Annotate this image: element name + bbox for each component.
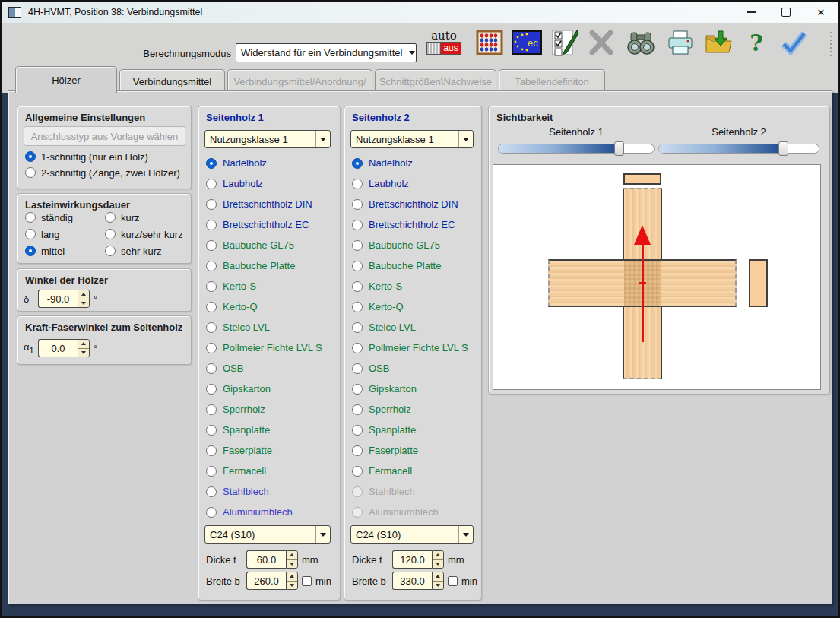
chevron-down-icon[interactable] bbox=[315, 131, 330, 147]
auto-aus-icon: auto aus bbox=[426, 30, 461, 55]
s2-breite-input[interactable]: 330.0 bbox=[392, 572, 432, 590]
s2-radio-brettschichtholz-din[interactable]: Brettschichtholz DIN bbox=[352, 194, 478, 214]
radio-staendig[interactable]: ständig bbox=[25, 211, 73, 223]
s2-radio-gipskarton[interactable]: Gipskarton bbox=[352, 379, 478, 399]
chevron-down-icon[interactable] bbox=[458, 526, 473, 543]
slider-seitenholz-2[interactable] bbox=[658, 144, 819, 154]
print-button[interactable] bbox=[664, 27, 696, 59]
app-icon bbox=[8, 7, 21, 18]
s1-min-checkbox[interactable] bbox=[302, 576, 312, 586]
s2-radio-nadelholz[interactable]: Nadelholz bbox=[352, 153, 478, 173]
chevron-down-icon[interactable] bbox=[315, 526, 330, 543]
radio-kurz-sehr-kurz[interactable]: kurz/sehr kurz bbox=[105, 228, 183, 240]
radio-icon bbox=[206, 179, 217, 189]
s2-radio-fermacell[interactable]: Fermacell bbox=[352, 461, 478, 481]
slider-handle[interactable] bbox=[778, 141, 788, 156]
spin-up-button[interactable] bbox=[78, 340, 89, 349]
s1-radio-baubuche-platte[interactable]: Baubuche Platte bbox=[206, 255, 337, 276]
s1-radio-baubuche-gl75[interactable]: Baubuche GL75 bbox=[206, 235, 337, 255]
winkel-input[interactable]: -90.0 bbox=[38, 290, 78, 308]
eurocode-button[interactable]: ec bbox=[511, 27, 543, 59]
s2-dicke-input[interactable]: 120.0 bbox=[392, 550, 432, 569]
s2-radio-baubuche-platte[interactable]: Baubuche Platte bbox=[352, 255, 478, 276]
s2-radio-laubholz[interactable]: Laubholz bbox=[352, 173, 478, 194]
tab-verbindungsmittel[interactable]: Verbindungsmittel bbox=[119, 69, 225, 93]
spin-down-button[interactable] bbox=[78, 349, 89, 357]
maximize-button[interactable] bbox=[769, 2, 804, 23]
spin-down-button[interactable] bbox=[433, 582, 443, 590]
s1-radio-steico-lvl[interactable]: Steico LVL bbox=[206, 317, 337, 338]
radio-1-schnittig[interactable]: 1-schnittig (nur ein Holz) bbox=[25, 151, 148, 163]
chevron-down-icon[interactable] bbox=[407, 44, 416, 62]
s2-radio-brettschichtholz-ec[interactable]: Brettschichtholz EC bbox=[352, 214, 478, 235]
search-button[interactable] bbox=[625, 27, 657, 59]
alpha-symbol: α1 bbox=[24, 341, 34, 355]
import-button[interactable] bbox=[702, 27, 734, 59]
s2-radio-steico-lvl[interactable]: Steico LVL bbox=[352, 317, 478, 338]
s2-radio-faserplatte[interactable]: Faserplatte bbox=[352, 440, 478, 461]
s1-radio-aluminiumblech[interactable]: Aluminiumblech bbox=[206, 502, 337, 522]
s1-radio-gipskarton[interactable]: Gipskarton bbox=[206, 379, 337, 399]
s1-radio-laubholz[interactable]: Laubholz bbox=[206, 173, 337, 194]
spin-down-button[interactable] bbox=[287, 582, 297, 590]
s1-radio-sperrholz[interactable]: Sperrholz bbox=[206, 399, 337, 420]
spin-down-button[interactable] bbox=[287, 560, 297, 569]
spin-up-button[interactable] bbox=[433, 551, 443, 560]
mode-combobox[interactable]: Widerstand für ein Verbindungsmittel bbox=[236, 43, 417, 62]
radio-mittel[interactable]: mittel bbox=[25, 245, 65, 257]
spin-down-button[interactable] bbox=[78, 299, 89, 308]
toolbar-grip[interactable] bbox=[830, 30, 832, 56]
s1-radio-kerto-s[interactable]: Kerto-S bbox=[206, 276, 337, 296]
spin-up-button[interactable] bbox=[433, 572, 443, 582]
checklist-edit-button[interactable] bbox=[550, 27, 582, 59]
auto-aus-toggle-button[interactable]: auto aus bbox=[428, 27, 460, 59]
s2-nutzungsklasse-combobox[interactable]: Nutzungsklasse 1 bbox=[350, 130, 474, 148]
radio-icon bbox=[206, 384, 217, 395]
s1-material-combobox[interactable]: C24 (S10) bbox=[204, 525, 331, 544]
radio-lang[interactable]: lang bbox=[25, 228, 60, 240]
s1-radio-stahlblech[interactable]: Stahlblech bbox=[206, 481, 337, 502]
s1-nutzungsklasse-combobox[interactable]: Nutzungsklasse 1 bbox=[204, 130, 331, 148]
s2-min-checkbox[interactable] bbox=[448, 576, 458, 586]
radio-sehr-kurz[interactable]: sehr kurz bbox=[105, 245, 161, 257]
tab-hoelzer[interactable]: Hölzer bbox=[15, 66, 117, 93]
chevron-down-icon[interactable] bbox=[458, 131, 473, 147]
s1-radio-osb[interactable]: OSB bbox=[206, 358, 337, 379]
radio-icon bbox=[206, 425, 217, 436]
s1-dicke-spinner: 60.0 bbox=[246, 550, 298, 569]
close-button[interactable]: ✕ bbox=[804, 2, 838, 23]
radio-kurz[interactable]: kurz bbox=[105, 211, 140, 223]
s1-dicke-input[interactable]: 60.0 bbox=[246, 550, 286, 569]
kraft-input[interactable]: 0.0 bbox=[38, 339, 78, 357]
spin-up-button[interactable] bbox=[287, 551, 297, 560]
spin-up-button[interactable] bbox=[287, 572, 297, 582]
delete-x-icon bbox=[586, 30, 617, 55]
s2-radio-spanplatte[interactable]: Spanplatte bbox=[352, 420, 478, 440]
minimize-button[interactable] bbox=[734, 2, 769, 23]
s2-radio-baubuche-gl75[interactable]: Baubuche GL75 bbox=[352, 235, 478, 255]
s1-radio-spanplatte[interactable]: Spanplatte bbox=[206, 420, 337, 440]
radio-icon bbox=[25, 212, 36, 223]
help-button[interactable]: ? bbox=[745, 27, 768, 59]
s1-radio-pollmeier[interactable]: Pollmeier Fichte LVL S bbox=[206, 338, 337, 358]
s1-breite-input[interactable]: 260.0 bbox=[246, 572, 286, 590]
confirm-button[interactable] bbox=[778, 27, 810, 59]
s2-radio-sperrholz[interactable]: Sperrholz bbox=[352, 399, 478, 420]
s2-radio-kerto-q[interactable]: Kerto-Q bbox=[352, 296, 478, 317]
s1-radio-nadelholz[interactable]: Nadelholz bbox=[206, 153, 337, 173]
spin-down-button[interactable] bbox=[433, 560, 443, 569]
s1-radio-kerto-q[interactable]: Kerto-Q bbox=[206, 296, 337, 317]
radio-2-schnittig[interactable]: 2-schnittig (Zange, zwei Hölzer) bbox=[25, 166, 180, 179]
s1-radio-faserplatte[interactable]: Faserplatte bbox=[206, 440, 337, 461]
spin-up-button[interactable] bbox=[78, 290, 89, 299]
s1-radio-brettschichtholz-din[interactable]: Brettschichtholz DIN bbox=[206, 194, 337, 214]
s2-material-combobox[interactable]: C24 (S10) bbox=[350, 525, 474, 544]
slider-seitenholz-1[interactable] bbox=[498, 144, 655, 154]
s1-radio-fermacell[interactable]: Fermacell bbox=[206, 461, 337, 481]
slider-handle[interactable] bbox=[614, 141, 624, 156]
s2-radio-kerto-s[interactable]: Kerto-S bbox=[352, 276, 478, 296]
calculate-button[interactable] bbox=[474, 27, 506, 59]
s2-radio-osb[interactable]: OSB bbox=[352, 358, 478, 379]
s1-radio-brettschichtholz-ec[interactable]: Brettschichtholz EC bbox=[206, 214, 337, 235]
s2-radio-pollmeier[interactable]: Pollmeier Fichte LVL S bbox=[352, 338, 478, 358]
